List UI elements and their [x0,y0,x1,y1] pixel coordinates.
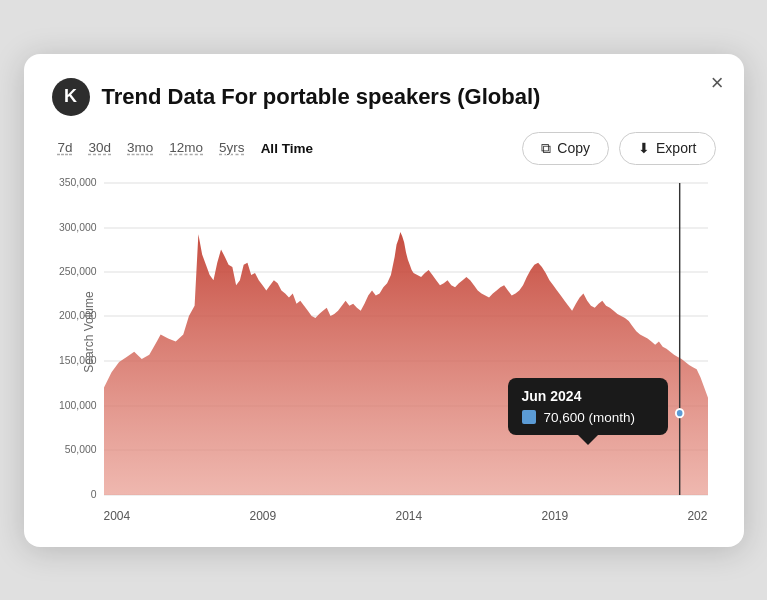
filter-5yrs[interactable]: 5yrs [213,136,251,161]
copy-button[interactable]: ⧉ Copy [522,132,609,165]
x-label-2014: 2014 [395,509,422,523]
svg-text:350,000: 350,000 [58,175,95,187]
export-button[interactable]: ⬇ Export [619,132,715,165]
svg-text:150,000: 150,000 [58,353,95,365]
svg-text:100,000: 100,000 [58,398,95,410]
filter-30d[interactable]: 30d [83,136,118,161]
trend-modal: K Trend Data For portable speakers (Glob… [24,54,744,547]
time-filters: 7d 30d 3mo 12mo 5yrs All Time [52,136,523,161]
svg-text:250,000: 250,000 [58,264,95,276]
filter-3mo[interactable]: 3mo [121,136,159,161]
modal-title: Trend Data For portable speakers (Global… [102,84,541,110]
x-axis-labels: 2004 2009 2014 2019 202 [104,509,708,523]
x-label-2004: 2004 [104,509,131,523]
chart-area: Search Volume 0 [52,183,716,523]
copy-icon: ⧉ [541,140,551,157]
k-logo: K [52,78,90,116]
x-label-202: 202 [687,509,707,523]
filter-12mo[interactable]: 12mo [163,136,209,161]
filter-all-time[interactable]: All Time [255,137,319,160]
trend-chart: 0 50,000 100,000 150,000 200,000 250,000… [104,183,708,495]
svg-text:50,000: 50,000 [64,442,96,454]
filter-7d[interactable]: 7d [52,136,79,161]
action-buttons: ⧉ Copy ⬇ Export [522,132,715,165]
svg-text:200,000: 200,000 [58,308,95,320]
chart-container: 0 50,000 100,000 150,000 200,000 250,000… [52,183,716,523]
toolbar: 7d 30d 3mo 12mo 5yrs All Time ⧉ Copy ⬇ E… [52,132,716,165]
svg-text:0: 0 [90,487,96,499]
modal-header: K Trend Data For portable speakers (Glob… [52,78,716,116]
svg-text:300,000: 300,000 [58,220,95,232]
x-label-2009: 2009 [249,509,276,523]
svg-point-17 [675,409,683,417]
copy-label: Copy [557,140,590,156]
x-label-2019: 2019 [541,509,568,523]
export-icon: ⬇ [638,140,650,156]
close-button[interactable]: × [711,72,724,94]
export-label: Export [656,140,696,156]
